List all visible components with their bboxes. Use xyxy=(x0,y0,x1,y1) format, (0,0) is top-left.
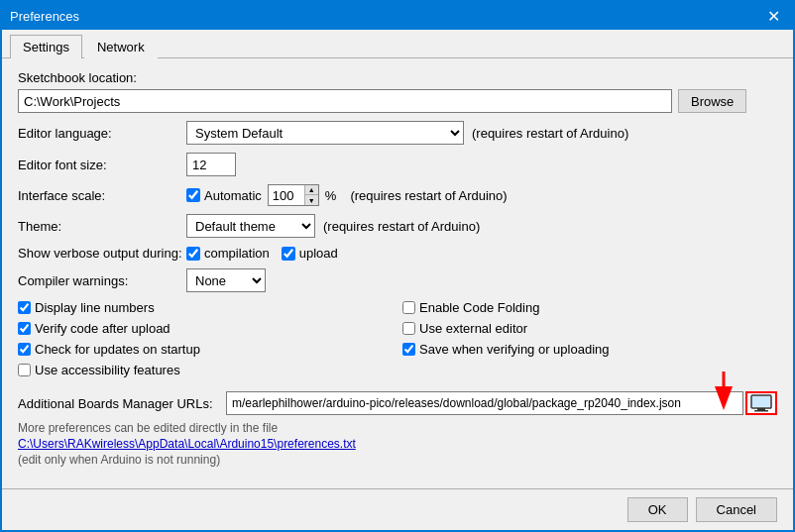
theme-select[interactable]: Default theme xyxy=(186,214,315,238)
accessibility-checkbox[interactable] xyxy=(18,364,31,376)
save-verify-label[interactable]: Save when verifying or uploading xyxy=(419,342,610,357)
interface-scale-label: Interface scale: xyxy=(18,188,186,203)
external-editor-label[interactable]: Use external editor xyxy=(419,321,527,336)
editor-language-row: Editor language: System Default (require… xyxy=(18,121,777,145)
editor-font-row: Editor font size: xyxy=(18,153,777,176)
auto-checkbox-label[interactable]: Automatic xyxy=(186,188,262,203)
verbose-compilation-label[interactable]: compilation xyxy=(186,246,270,261)
checkboxes-left: Display line numbers Verify code after u… xyxy=(18,300,395,383)
sketchbook-row: Browse xyxy=(18,89,777,113)
font-size-input[interactable] xyxy=(186,153,236,176)
checkboxes-section: Display line numbers Verify code after u… xyxy=(18,300,777,383)
check-updates-checkbox[interactable] xyxy=(18,343,31,356)
check-updates-label[interactable]: Check for updates on startup xyxy=(35,342,200,357)
more-prefs-note: More preferences can be edited directly … xyxy=(18,421,777,435)
display-line-numbers-checkbox[interactable] xyxy=(18,301,31,314)
verbose-upload-label[interactable]: upload xyxy=(282,246,338,261)
editor-font-label: Editor font size: xyxy=(18,158,186,172)
svg-rect-5 xyxy=(752,396,770,407)
scale-up-button[interactable]: ▲ xyxy=(304,185,318,195)
window-title: Preferences xyxy=(10,9,79,24)
editor-language-select[interactable]: System Default xyxy=(186,121,464,145)
prefs-path[interactable]: C:\Users\RAKwireless\AppData\Local\Ardui… xyxy=(18,437,777,451)
boards-input[interactable] xyxy=(226,391,743,415)
compiler-warnings-row: Compiler warnings: None xyxy=(18,268,777,292)
preferences-window: Preferences ✕ Settings Network Sketchboo… xyxy=(0,0,795,532)
code-folding-checkbox[interactable] xyxy=(402,301,415,314)
title-bar: Preferences ✕ xyxy=(2,2,793,30)
checkboxes-right: Enable Code Folding Use external editor … xyxy=(402,300,777,383)
verbose-compilation-checkbox[interactable] xyxy=(186,247,200,261)
check-updates: Check for updates on startup xyxy=(18,342,395,357)
display-line-numbers-label[interactable]: Display line numbers xyxy=(35,300,155,315)
check-accessibility: Use accessibility features xyxy=(18,363,395,377)
check-code-folding: Enable Code Folding xyxy=(402,300,777,315)
svg-rect-4 xyxy=(754,410,768,412)
scale-controls: Automatic ▲ ▼ % (requires restart of Ard… xyxy=(186,184,508,206)
verbose-upload-checkbox[interactable] xyxy=(282,247,295,261)
editor-language-note: (requires restart of Arduino) xyxy=(472,126,628,141)
code-folding-label[interactable]: Enable Code Folding xyxy=(419,300,539,315)
theme-row: Theme: Default theme (requires restart o… xyxy=(18,214,777,238)
verbose-label: Show verbose output during: xyxy=(18,246,186,261)
edit-note: (edit only when Arduino is not running) xyxy=(18,453,777,467)
check-external-editor: Use external editor xyxy=(402,321,777,336)
verify-code-checkbox[interactable] xyxy=(18,322,31,335)
save-verify-checkbox[interactable] xyxy=(402,343,415,356)
sketchbook-label: Sketchbook location: xyxy=(18,70,777,85)
cancel-button[interactable]: Cancel xyxy=(696,497,777,522)
theme-label: Theme: xyxy=(18,219,186,234)
boards-manager-icon-button[interactable] xyxy=(745,391,777,415)
scale-down-button[interactable]: ▼ xyxy=(304,195,318,205)
check-save-verify: Save when verifying or uploading xyxy=(402,342,777,357)
verify-code-label[interactable]: Verify code after upload xyxy=(35,321,170,336)
auto-checkbox[interactable] xyxy=(186,188,200,202)
verbose-row: Show verbose output during: compilation … xyxy=(18,246,777,261)
scale-input[interactable] xyxy=(269,185,304,205)
compiler-warnings-select[interactable]: None xyxy=(186,268,266,292)
svg-rect-3 xyxy=(757,408,765,410)
external-editor-checkbox[interactable] xyxy=(402,322,415,335)
tab-settings[interactable]: Settings xyxy=(10,35,82,58)
monitor-icon xyxy=(750,394,772,412)
theme-note: (requires restart of Arduino) xyxy=(323,219,480,234)
scale-note: (requires restart of Arduino) xyxy=(350,188,507,203)
boards-label: Additional Boards Manager URLs: xyxy=(18,396,226,411)
editor-language-label: Editor language: xyxy=(18,126,186,141)
accessibility-label[interactable]: Use accessibility features xyxy=(35,363,180,377)
percent-label: % xyxy=(325,188,337,203)
settings-content: Sketchbook location: Browse Editor langu… xyxy=(2,58,793,488)
browse-button[interactable]: Browse xyxy=(678,89,746,113)
bottom-buttons: OK Cancel xyxy=(2,488,793,530)
check-display-line: Display line numbers xyxy=(18,300,395,315)
close-button[interactable]: ✕ xyxy=(761,4,785,28)
compiler-warnings-label: Compiler warnings: xyxy=(18,273,186,288)
ok-button[interactable]: OK xyxy=(627,497,688,522)
tab-bar: Settings Network xyxy=(2,30,793,58)
scale-spinner: ▲ ▼ xyxy=(268,184,319,206)
boards-row: Additional Boards Manager URLs: xyxy=(18,391,777,415)
check-verify-code: Verify code after upload xyxy=(18,321,395,336)
interface-scale-row: Interface scale: Automatic ▲ ▼ % (requir… xyxy=(18,184,777,206)
tab-network[interactable]: Network xyxy=(84,35,158,58)
sketchbook-input[interactable] xyxy=(18,89,672,113)
